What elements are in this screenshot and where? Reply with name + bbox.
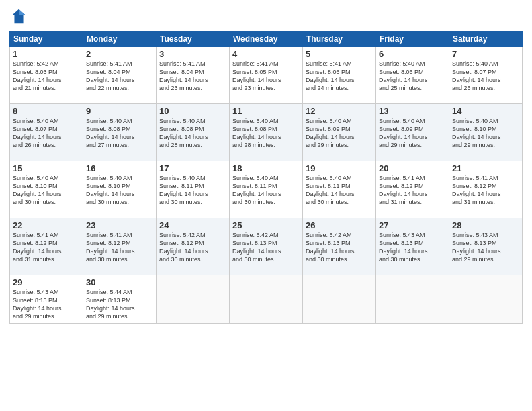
svg-marker-1 [19, 9, 26, 15]
day-info: Sunrise: 5:41 AM Sunset: 8:04 PM Dayligh… [86, 60, 153, 93]
page: SundayMondayTuesdayWednesdayThursdayFrid… [0, 0, 532, 411]
calendar-cell: 26Sunrise: 5:42 AM Sunset: 8:13 PM Dayli… [303, 218, 376, 275]
calendar-cell: 15Sunrise: 5:40 AM Sunset: 8:10 PM Dayli… [10, 161, 83, 218]
day-number: 19 [306, 163, 373, 173]
day-info: Sunrise: 5:43 AM Sunset: 8:13 PM Dayligh… [452, 231, 519, 264]
day-info: Sunrise: 5:41 AM Sunset: 8:12 PM Dayligh… [452, 174, 519, 207]
calendar-cell: 14Sunrise: 5:40 AM Sunset: 8:10 PM Dayli… [449, 104, 523, 161]
weekday-header-wednesday: Wednesday [230, 32, 303, 47]
calendar-cell: 27Sunrise: 5:43 AM Sunset: 8:13 PM Dayli… [376, 218, 449, 275]
calendar-week-row: 8Sunrise: 5:40 AM Sunset: 8:07 PM Daylig… [10, 104, 523, 161]
calendar-cell: 28Sunrise: 5:43 AM Sunset: 8:13 PM Dayli… [449, 218, 523, 275]
day-info: Sunrise: 5:40 AM Sunset: 8:10 PM Dayligh… [452, 117, 519, 150]
calendar-cell: 30Sunrise: 5:44 AM Sunset: 8:13 PM Dayli… [83, 275, 157, 324]
day-info: Sunrise: 5:44 AM Sunset: 8:13 PM Dayligh… [86, 288, 153, 321]
calendar-cell [157, 275, 230, 324]
day-number: 8 [13, 106, 80, 116]
calendar-cell: 24Sunrise: 5:42 AM Sunset: 8:12 PM Dayli… [157, 218, 230, 275]
day-info: Sunrise: 5:40 AM Sunset: 8:11 PM Dayligh… [232, 174, 300, 207]
day-info: Sunrise: 5:42 AM Sunset: 8:13 PM Dayligh… [306, 231, 373, 264]
calendar-cell: 10Sunrise: 5:40 AM Sunset: 8:08 PM Dayli… [157, 104, 230, 161]
day-number: 12 [306, 106, 373, 116]
day-info: Sunrise: 5:41 AM Sunset: 8:05 PM Dayligh… [306, 60, 373, 93]
weekday-header-sunday: Sunday [10, 32, 83, 47]
calendar-cell: 22Sunrise: 5:41 AM Sunset: 8:12 PM Dayli… [10, 218, 83, 275]
day-info: Sunrise: 5:40 AM Sunset: 8:08 PM Dayligh… [159, 117, 226, 150]
day-info: Sunrise: 5:40 AM Sunset: 8:08 PM Dayligh… [86, 117, 153, 150]
calendar-cell [376, 275, 449, 324]
day-number: 9 [86, 106, 153, 116]
day-number: 4 [232, 49, 300, 59]
day-number: 23 [86, 220, 153, 230]
day-info: Sunrise: 5:40 AM Sunset: 8:10 PM Dayligh… [13, 174, 80, 207]
calendar-cell: 9Sunrise: 5:40 AM Sunset: 8:08 PM Daylig… [83, 104, 157, 161]
day-number: 22 [13, 220, 80, 230]
day-number: 13 [379, 106, 446, 116]
day-number: 28 [452, 220, 519, 230]
day-number: 14 [452, 106, 519, 116]
calendar-cell: 29Sunrise: 5:43 AM Sunset: 8:13 PM Dayli… [10, 275, 83, 324]
weekday-header-thursday: Thursday [303, 32, 376, 47]
day-number: 25 [232, 220, 300, 230]
day-number: 21 [452, 163, 519, 173]
day-number: 10 [159, 106, 226, 116]
weekday-header-row: SundayMondayTuesdayWednesdayThursdayFrid… [10, 32, 523, 47]
calendar-cell: 6Sunrise: 5:40 AM Sunset: 8:06 PM Daylig… [376, 47, 449, 104]
day-number: 29 [13, 277, 80, 287]
calendar-cell: 1Sunrise: 5:42 AM Sunset: 8:03 PM Daylig… [10, 47, 83, 104]
day-number: 26 [306, 220, 373, 230]
day-info: Sunrise: 5:42 AM Sunset: 8:13 PM Dayligh… [232, 231, 300, 264]
calendar-cell: 11Sunrise: 5:40 AM Sunset: 8:08 PM Dayli… [230, 104, 303, 161]
day-number: 2 [86, 49, 153, 59]
calendar-cell [303, 275, 376, 324]
day-info: Sunrise: 5:41 AM Sunset: 8:12 PM Dayligh… [86, 231, 153, 264]
day-info: Sunrise: 5:40 AM Sunset: 8:09 PM Dayligh… [379, 117, 446, 150]
calendar-cell: 2Sunrise: 5:41 AM Sunset: 8:04 PM Daylig… [83, 47, 157, 104]
day-info: Sunrise: 5:41 AM Sunset: 8:05 PM Dayligh… [232, 60, 300, 93]
calendar-table: SundayMondayTuesdayWednesdayThursdayFrid… [9, 31, 523, 324]
day-info: Sunrise: 5:40 AM Sunset: 8:07 PM Dayligh… [13, 117, 80, 150]
day-number: 11 [232, 106, 300, 116]
day-info: Sunrise: 5:40 AM Sunset: 8:11 PM Dayligh… [306, 174, 373, 207]
day-info: Sunrise: 5:40 AM Sunset: 8:08 PM Dayligh… [232, 117, 300, 150]
day-info: Sunrise: 5:41 AM Sunset: 8:04 PM Dayligh… [159, 60, 226, 93]
calendar-cell: 20Sunrise: 5:41 AM Sunset: 8:12 PM Dayli… [376, 161, 449, 218]
calendar-cell: 3Sunrise: 5:41 AM Sunset: 8:04 PM Daylig… [157, 47, 230, 104]
calendar-cell: 17Sunrise: 5:40 AM Sunset: 8:11 PM Dayli… [157, 161, 230, 218]
day-number: 5 [306, 49, 373, 59]
calendar-cell [230, 275, 303, 324]
weekday-header-monday: Monday [83, 32, 157, 47]
day-number: 6 [379, 49, 446, 59]
day-info: Sunrise: 5:43 AM Sunset: 8:13 PM Dayligh… [13, 288, 80, 321]
calendar-cell: 13Sunrise: 5:40 AM Sunset: 8:09 PM Dayli… [376, 104, 449, 161]
day-number: 17 [159, 163, 226, 173]
calendar-cell: 19Sunrise: 5:40 AM Sunset: 8:11 PM Dayli… [303, 161, 376, 218]
day-info: Sunrise: 5:41 AM Sunset: 8:12 PM Dayligh… [379, 174, 446, 207]
day-number: 18 [232, 163, 300, 173]
calendar-week-row: 1Sunrise: 5:42 AM Sunset: 8:03 PM Daylig… [10, 47, 523, 104]
calendar-cell: 12Sunrise: 5:40 AM Sunset: 8:09 PM Dayli… [303, 104, 376, 161]
calendar-cell: 23Sunrise: 5:41 AM Sunset: 8:12 PM Dayli… [83, 218, 157, 275]
logo [9, 7, 31, 26]
day-number: 30 [86, 277, 153, 287]
calendar-week-row: 22Sunrise: 5:41 AM Sunset: 8:12 PM Dayli… [10, 218, 523, 275]
weekday-header-friday: Friday [376, 32, 449, 47]
day-info: Sunrise: 5:40 AM Sunset: 8:09 PM Dayligh… [306, 117, 373, 150]
calendar-cell: 8Sunrise: 5:40 AM Sunset: 8:07 PM Daylig… [10, 104, 83, 161]
day-number: 27 [379, 220, 446, 230]
day-number: 1 [13, 49, 80, 59]
day-info: Sunrise: 5:40 AM Sunset: 8:07 PM Dayligh… [452, 60, 519, 93]
day-info: Sunrise: 5:40 AM Sunset: 8:06 PM Dayligh… [379, 60, 446, 93]
calendar-cell: 4Sunrise: 5:41 AM Sunset: 8:05 PM Daylig… [230, 47, 303, 104]
day-info: Sunrise: 5:40 AM Sunset: 8:10 PM Dayligh… [86, 174, 153, 207]
day-info: Sunrise: 5:42 AM Sunset: 8:12 PM Dayligh… [159, 231, 226, 264]
calendar-cell [449, 275, 523, 324]
day-number: 15 [13, 163, 80, 173]
day-info: Sunrise: 5:41 AM Sunset: 8:12 PM Dayligh… [13, 231, 80, 264]
weekday-header-tuesday: Tuesday [157, 32, 230, 47]
day-info: Sunrise: 5:40 AM Sunset: 8:11 PM Dayligh… [159, 174, 226, 207]
weekday-header-saturday: Saturday [449, 32, 523, 47]
calendar-cell: 18Sunrise: 5:40 AM Sunset: 8:11 PM Dayli… [230, 161, 303, 218]
day-number: 16 [86, 163, 153, 173]
calendar-cell: 7Sunrise: 5:40 AM Sunset: 8:07 PM Daylig… [449, 47, 523, 104]
